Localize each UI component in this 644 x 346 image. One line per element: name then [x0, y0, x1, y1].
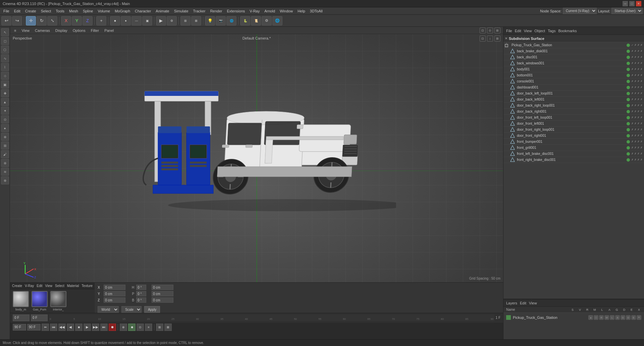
- poly-mode-button[interactable]: ▣: [142, 16, 152, 25]
- menu-render[interactable]: Render: [208, 8, 224, 14]
- sidebar-cursor-btn[interactable]: ↖: [1, 28, 9, 36]
- layer-row-main[interactable]: Pickup_Truck_Gas_Station ● ◻ R M L A G D…: [505, 314, 643, 321]
- om-menu-edit[interactable]: Edit: [515, 29, 521, 33]
- layer-icon-s[interactable]: ●: [588, 315, 593, 320]
- object-snap-btn[interactable]: ⊞: [156, 324, 163, 331]
- mat-menu-vray[interactable]: V-Ray: [25, 284, 34, 288]
- autokey-btn[interactable]: ⏺: [128, 324, 136, 331]
- scale-select[interactable]: Scale: [121, 306, 142, 313]
- layer-icon-g[interactable]: G: [621, 315, 625, 320]
- om-row-front-left-brake[interactable]: front_left_brake_disc001 ✗✗✗✗: [503, 151, 644, 157]
- x-axis-button[interactable]: X: [61, 16, 71, 25]
- camera-button[interactable]: 📷: [216, 16, 226, 25]
- om-row-front-bumper[interactable]: front_bumper001 ✗✗✗✗: [503, 139, 644, 145]
- object-list[interactable]: Pickup_Truck_Gas_Station ✓ ✗ ✗ ✗: [503, 42, 644, 299]
- menu-edit[interactable]: Edit: [12, 8, 22, 14]
- om-row-back-windows[interactable]: back_windows001 ✗✗✗✗: [503, 60, 644, 66]
- sidebar-sculpt-btn[interactable]: ⊛: [1, 159, 9, 167]
- z-axis-button[interactable]: Z: [83, 16, 93, 25]
- sidebar-object-btn[interactable]: ◻: [1, 37, 9, 45]
- viewport-options-menu[interactable]: Options: [71, 28, 87, 33]
- keyframe-mode-btn[interactable]: ⊕: [120, 324, 127, 331]
- menu-create[interactable]: Create: [23, 8, 38, 14]
- play-fwd-btn[interactable]: ▶: [84, 324, 91, 331]
- b-input[interactable]: [136, 297, 146, 303]
- om-row-back-disc[interactable]: back_disc001 ✗✗✗✗: [503, 54, 644, 60]
- mat-menu-create[interactable]: Create: [12, 284, 22, 288]
- p-input[interactable]: [136, 291, 146, 296]
- menu-animate[interactable]: Animate: [154, 8, 171, 14]
- h-input[interactable]: [136, 285, 146, 290]
- viewport-canvas[interactable]: X Y Z Grid Spacing : 50 cm Perspective D…: [10, 34, 503, 282]
- play-button[interactable]: ▶: [156, 16, 166, 25]
- sidebar-scene-btn[interactable]: ▣: [1, 80, 9, 89]
- om-row-dashboard[interactable]: dashboard001 ✗✗✗✗: [503, 84, 644, 91]
- om-row-door-back-left-loop[interactable]: door_back_left_loop001 ✗✗✗✗: [503, 91, 644, 97]
- viewport-fit-icon-btn[interactable]: ⊡: [480, 36, 486, 42]
- om-row-door-front-left[interactable]: door_front_left001 ✗✗✗✗: [503, 121, 644, 127]
- y-size-input[interactable]: [152, 291, 173, 296]
- play-back-btn[interactable]: ◀: [67, 324, 74, 331]
- om-row-door-back-right-loop[interactable]: door_back_right_loop001 ✗✗✗✗: [503, 103, 644, 109]
- menu-vray[interactable]: V-Ray: [248, 8, 262, 14]
- om-row-body[interactable]: body001 ✗✗✗✗: [503, 66, 644, 72]
- menu-character[interactable]: Character: [133, 8, 153, 14]
- om-row-bottom[interactable]: bottom001 ✗✗✗✗: [503, 72, 644, 78]
- subdivision-close-btn[interactable]: ✕: [505, 37, 507, 40]
- minimize-button[interactable]: ─: [623, 1, 628, 6]
- current-frame-input[interactable]: [13, 314, 30, 321]
- mat-menu-texture[interactable]: Texture: [82, 284, 93, 288]
- om-row-door-back-right[interactable]: door_back_right001 ✗✗✗✗: [503, 109, 644, 115]
- layer-icon-l[interactable]: L: [610, 315, 614, 320]
- sidebar-grid-btn[interactable]: ⊞: [1, 141, 9, 150]
- goto-start-btn[interactable]: ⏮: [50, 324, 57, 331]
- sidebar-material-btn[interactable]: ●: [1, 124, 9, 132]
- sidebar-primitive-btn[interactable]: ▲: [1, 98, 9, 106]
- layered-btn[interactable]: ≡: [145, 324, 152, 331]
- mat-menu-edit[interactable]: Edit: [37, 284, 42, 288]
- mat-menu-select[interactable]: Select: [55, 284, 64, 288]
- layer-icon-a[interactable]: A: [615, 315, 620, 320]
- om-menu-object[interactable]: Object: [534, 29, 545, 33]
- material-item-body[interactable]: body_m: [13, 291, 29, 311]
- om-row-door-front-right-loop[interactable]: door_front_right_loop001 ✗✗✗✗: [503, 127, 644, 133]
- om-row-door-back-left[interactable]: door_back_left001 ✗✗✗✗: [503, 97, 644, 103]
- sidebar-deformer-btn[interactable]: ⌇: [1, 63, 9, 71]
- layer-icon-v[interactable]: ◻: [594, 315, 598, 320]
- sidebar-effector-btn[interactable]: ⊹: [1, 72, 9, 80]
- om-row-front-right-brake[interactable]: front_right_brake_disc001 ✗✗✗✗: [503, 157, 644, 163]
- layer-icon-r[interactable]: R: [599, 315, 604, 320]
- om-row-front-grill[interactable]: front_grill001 ✗✗✗✗: [503, 145, 644, 151]
- om-row-root[interactable]: Pickup_Truck_Gas_Station ✓ ✗ ✗ ✗: [503, 42, 644, 48]
- viewport-camera-btn[interactable]: ⊙: [487, 27, 493, 34]
- viewport-menu-toggle[interactable]: ≡: [13, 28, 17, 33]
- menu-volume[interactable]: Volume: [96, 8, 112, 14]
- mat-menu-view[interactable]: View: [45, 284, 52, 288]
- layer-icon-e[interactable]: E: [631, 315, 636, 320]
- sidebar-spline-btn[interactable]: ∿: [1, 54, 9, 62]
- y-axis-button[interactable]: Y: [72, 16, 82, 25]
- sidebar-paint-btn[interactable]: 🖌: [1, 150, 9, 158]
- sidebar-light-btn[interactable]: ✦: [1, 107, 9, 115]
- mat-menu-material[interactable]: Material: [67, 284, 79, 288]
- sidebar-motion-btn[interactable]: ⊗: [1, 176, 9, 184]
- next-frame-btn[interactable]: ▶▶: [92, 324, 99, 331]
- om-menu-view[interactable]: View: [524, 29, 532, 33]
- om-menu-file[interactable]: File: [506, 29, 512, 33]
- object-mode-button[interactable]: ■: [110, 16, 120, 25]
- material-item-interior[interactable]: interior_: [50, 291, 66, 311]
- z-size-input[interactable]: [152, 297, 173, 303]
- y-pos-input[interactable]: [104, 291, 125, 296]
- sidebar-camera-btn[interactable]: ⊙: [1, 115, 9, 123]
- motion-clip-btn[interactable]: ⊙: [137, 324, 144, 331]
- menu-tracker[interactable]: Tracker: [191, 8, 208, 14]
- end-frame-input[interactable]: [13, 324, 26, 331]
- viewport-cameras-menu[interactable]: Cameras: [34, 28, 51, 33]
- point-mode-button[interactable]: ●: [121, 16, 131, 25]
- viewport-view-menu[interactable]: View: [20, 28, 31, 33]
- sidebar-tag-btn[interactable]: ⊕: [1, 133, 9, 141]
- move-tool-button[interactable]: ✛: [26, 16, 36, 25]
- menu-select[interactable]: Select: [39, 8, 53, 14]
- fps-input[interactable]: [27, 324, 41, 331]
- prev-arrow-btn[interactable]: ⬅: [42, 324, 49, 331]
